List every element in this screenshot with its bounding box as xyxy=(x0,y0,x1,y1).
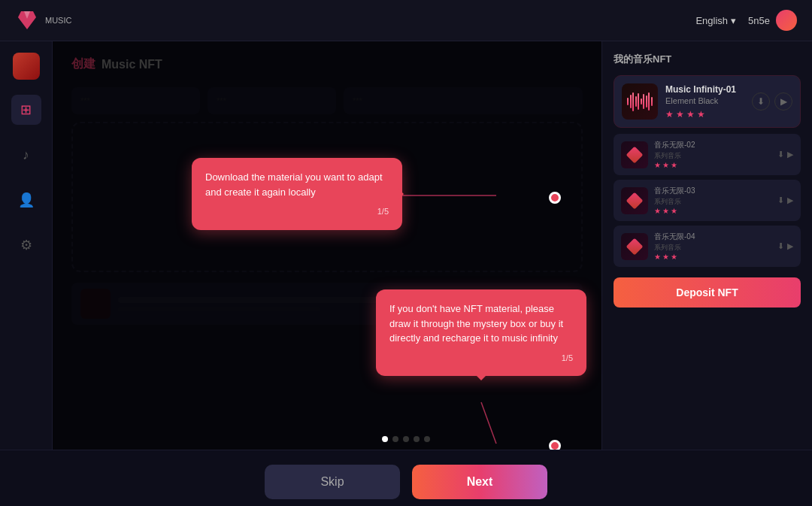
music-sub-sm-1: 系列音乐 xyxy=(654,151,771,161)
logo-area: MUSIC xyxy=(15,8,71,32)
header-right: English ▾ 5n5e xyxy=(695,10,797,31)
sidebar-item-profile[interactable]: 👤 xyxy=(11,185,41,215)
star-sm-1: ★ xyxy=(654,161,661,169)
stars-sm-3: ★ ★ ★ xyxy=(654,253,771,261)
bottom-center: Skip Next xyxy=(265,457,547,499)
waveform xyxy=(627,90,653,113)
tooltip-2-counter: 1/5 xyxy=(389,352,573,365)
featured-music-card: Music Infinity-01 Element Black ★ ★ ★ ★ … xyxy=(614,75,801,128)
star-4: ★ xyxy=(697,109,705,120)
home-icon: ⊞ xyxy=(20,102,32,118)
star-1: ★ xyxy=(665,109,674,120)
featured-music-artist: Element Black xyxy=(665,96,744,105)
star-sm-3: ★ xyxy=(671,161,677,169)
music-icon: ♪ xyxy=(23,147,29,163)
dot-4 xyxy=(414,436,420,442)
tooltip-2: If you don't have NFT material, please d… xyxy=(376,289,586,376)
dot-5 xyxy=(424,436,430,442)
sidebar-item-home[interactable]: ⊞ xyxy=(11,95,41,125)
sidebar-item-music[interactable]: ♪ xyxy=(11,140,41,170)
play-sm-1[interactable]: ▶ xyxy=(787,150,793,159)
star-sm-2: ★ xyxy=(662,161,669,169)
music-card-sm-1: 音乐无限-02 系列音乐 ★ ★ ★ ⬇ ▶ xyxy=(614,134,801,175)
dots-indicator xyxy=(382,436,430,442)
star-2: ★ xyxy=(676,109,684,120)
star-3: ★ xyxy=(686,109,695,120)
header: MUSIC English ▾ 5n5e xyxy=(0,0,812,41)
featured-music-info: Music Infinity-01 Element Black ★ ★ ★ ★ xyxy=(665,84,744,120)
play-sm-2[interactable]: ▶ xyxy=(787,195,793,205)
sidebar-item-settings[interactable]: ⚙ xyxy=(11,230,41,260)
dl-sm-1[interactable]: ⬇ xyxy=(777,150,784,159)
featured-music-stars: ★ ★ ★ ★ xyxy=(665,109,744,120)
star-sm-5: ★ xyxy=(662,207,669,215)
right-panel-title: 我的音乐NFT xyxy=(614,53,801,66)
avatar xyxy=(776,10,797,31)
sidebar: ⊞ ♪ 👤 ⚙ xyxy=(0,41,53,506)
play-button[interactable]: ▶ xyxy=(774,92,792,111)
tooltip-2-text: If you don't have NFT material, please d… xyxy=(389,303,563,344)
play-sm-3[interactable]: ▶ xyxy=(787,241,793,251)
dot-2 xyxy=(392,436,398,442)
music-info-sm-1: 音乐无限-02 系列音乐 ★ ★ ★ xyxy=(654,140,771,169)
dot-1 xyxy=(382,436,388,442)
star-sm-4: ★ xyxy=(654,207,661,215)
music-info-sm-3: 音乐无限-04 系列音乐 ★ ★ ★ xyxy=(654,232,771,261)
music-title-sm-3: 音乐无限-04 xyxy=(654,232,771,242)
tooltip-1-text: Download the material you want to adapt … xyxy=(205,171,383,198)
featured-music-title: Music Infinity-01 xyxy=(665,84,744,95)
music-sub-sm-3: 系列音乐 xyxy=(654,243,771,253)
bottom-bar: Skip Next xyxy=(0,450,812,506)
star-sm-8: ★ xyxy=(662,253,669,261)
music-sub-sm-2: 系列音乐 xyxy=(654,197,771,207)
music-thumb-sm-2 xyxy=(621,187,648,214)
dl-sm-2[interactable]: ⬇ xyxy=(777,195,784,205)
sidebar-avatar xyxy=(13,53,40,80)
music-thumbnail xyxy=(622,83,658,120)
next-button[interactable]: Next xyxy=(412,465,547,499)
controls-sm-2[interactable]: ⬇ ▶ xyxy=(777,195,793,205)
star-sm-9: ★ xyxy=(671,253,677,261)
user-area[interactable]: 5n5e xyxy=(748,10,797,31)
controls-sm-3[interactable]: ⬇ ▶ xyxy=(777,241,793,251)
music-title-sm-1: 音乐无限-02 xyxy=(654,140,771,150)
music-card-sm-2: 音乐无限-03 系列音乐 ★ ★ ★ ⬇ ▶ xyxy=(614,180,801,221)
user-label: 5n5e xyxy=(748,15,770,26)
stars-sm-2: ★ ★ ★ xyxy=(654,207,771,215)
controls-sm-1[interactable]: ⬇ ▶ xyxy=(777,150,793,159)
profile-icon: 👤 xyxy=(18,192,35,208)
download-button[interactable]: ⬇ xyxy=(752,92,770,111)
dl-sm-3[interactable]: ⬇ xyxy=(777,241,784,251)
music-info-sm-2: 音乐无限-03 系列音乐 ★ ★ ★ xyxy=(654,186,771,215)
right-panel: 我的音乐NFT xyxy=(601,41,812,506)
settings-icon: ⚙ xyxy=(20,237,32,253)
diamond-icon-3 xyxy=(626,238,644,255)
music-title-sm-2: 音乐无限-03 xyxy=(654,186,771,196)
tooltip-1: Download the material you want to adapt … xyxy=(192,158,402,230)
tooltip-1-counter: 1/5 xyxy=(205,205,389,218)
stars-sm-1: ★ ★ ★ xyxy=(654,161,771,169)
action-buttons: Skip Next xyxy=(265,465,547,499)
music-card-sm-3: 音乐无限-04 系列音乐 ★ ★ ★ ⬇ ▶ xyxy=(614,226,801,267)
lang-chevron: ▾ xyxy=(731,15,736,26)
highlight-dot-1 xyxy=(549,192,561,204)
star-sm-6: ★ xyxy=(671,207,677,215)
star-sm-7: ★ xyxy=(654,253,661,261)
music-thumb-sm-3 xyxy=(621,233,648,260)
deposit-nft-button[interactable]: Deposit NFT xyxy=(614,277,801,308)
diamond-icon-2 xyxy=(626,192,644,209)
logo-text: MUSIC xyxy=(45,16,71,25)
music-thumb-sm-1 xyxy=(621,141,648,168)
content-area: 创建 Music NFT *** *** *** xyxy=(53,41,812,506)
lang-selector[interactable]: English ▾ xyxy=(695,15,736,26)
dot-3 xyxy=(403,436,409,442)
logo-icon xyxy=(15,8,39,32)
lang-label: English xyxy=(695,15,728,26)
diamond-icon-1 xyxy=(626,146,644,163)
skip-button[interactable]: Skip xyxy=(265,465,400,499)
featured-music-controls[interactable]: ⬇ ▶ xyxy=(752,92,792,111)
